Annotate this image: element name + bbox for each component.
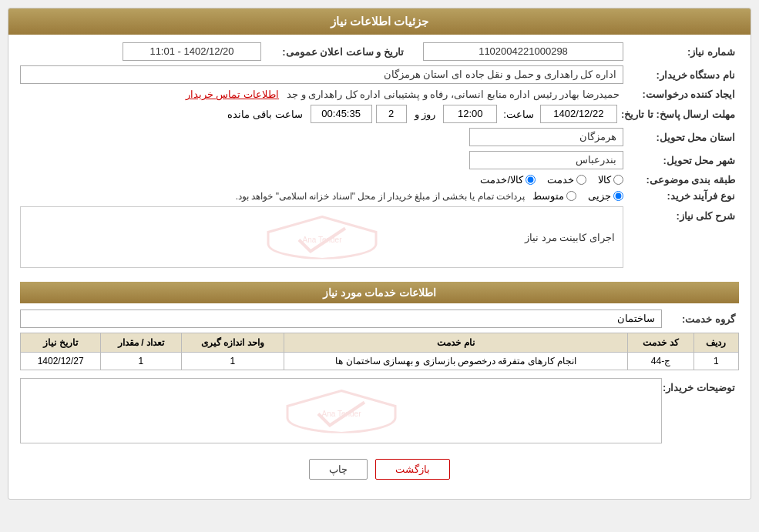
button-row: بازگشت چاپ bbox=[20, 451, 739, 491]
need-desc-textarea[interactable] bbox=[21, 207, 623, 265]
category-option-kala-khedmat[interactable]: کالا/خدمت bbox=[480, 174, 536, 186]
category-kala-khedmat-label: کالا/خدمت bbox=[480, 174, 523, 186]
buyer-org-value: اداره کل راهداری و حمل و نقل جاده ای است… bbox=[20, 65, 623, 84]
col-header-unit: واحد اندازه گیری bbox=[181, 333, 284, 353]
purchase-type-note: پرداخت تمام یا بخشی از مبلغ خریدار از مح… bbox=[236, 191, 525, 202]
category-option-khedmat[interactable]: خدمت bbox=[547, 174, 586, 186]
deadline-remaining: 00:45:35 bbox=[311, 105, 372, 123]
cell-code: ج-44 bbox=[628, 353, 694, 370]
city-label: شهر محل تحویل: bbox=[623, 155, 739, 166]
services-section-title: اطلاعات خدمات مورد نیاز bbox=[323, 286, 437, 299]
buyer-org-label: نام دستگاه خریدار: bbox=[623, 69, 739, 81]
services-table: ردیف کد خدمت نام خدمت واحد اندازه گیری ت… bbox=[20, 333, 739, 370]
category-option-kala[interactable]: کالا bbox=[598, 174, 623, 186]
deadline-time: 12:00 bbox=[443, 105, 497, 123]
province-label: استان محل تحویل: bbox=[623, 132, 739, 143]
category-khedmat-label: خدمت bbox=[547, 174, 574, 186]
creator-label: ایجاد کننده درخواست: bbox=[623, 89, 739, 100]
col-header-code: کد خدمت bbox=[628, 333, 694, 353]
purchase-jozii-label: جزیی bbox=[588, 190, 611, 202]
page-header: جزئیات اطلاعات نیاز bbox=[8, 8, 751, 35]
deadline-days: 2 bbox=[376, 105, 407, 123]
buyer-desc-box: Ana Tender bbox=[20, 378, 662, 443]
col-header-name: نام خدمت bbox=[284, 333, 628, 353]
cell-unit: 1 bbox=[181, 353, 284, 370]
need-desc-label: شرح کلی نیاز: bbox=[623, 206, 739, 222]
cell-name: انجام کارهای متفرقه درخصوص بازسازی و بهس… bbox=[284, 353, 628, 370]
deadline-label: مهلت ارسال پاسخ: تا تاریخ: bbox=[621, 109, 739, 120]
buyer-desc-label: توضیحات خریدار: bbox=[662, 378, 739, 393]
buyer-desc-textarea[interactable] bbox=[21, 379, 661, 440]
purchase-type-motevaset[interactable]: متوسط bbox=[532, 190, 576, 202]
back-button[interactable]: بازگشت bbox=[375, 459, 450, 480]
services-section-header: اطلاعات خدمات مورد نیاز bbox=[20, 282, 739, 303]
creator-contact-link[interactable]: اطلاعات تماس خریدار bbox=[186, 89, 279, 100]
category-radio-group: کالا خدمت کالا/خدمت bbox=[480, 174, 623, 186]
city-value: بندرعباس bbox=[469, 151, 623, 169]
page-title: جزئیات اطلاعات نیاز bbox=[331, 15, 428, 28]
cell-qty: 1 bbox=[101, 353, 181, 370]
purchase-type-jozii[interactable]: جزیی bbox=[588, 190, 623, 202]
deadline-date: 1402/12/22 bbox=[540, 105, 617, 123]
province-value: هرمزگان bbox=[469, 128, 623, 146]
col-header-qty: تعداد / مقدار bbox=[101, 333, 181, 353]
table-row: 1 ج-44 انجام کارهای متفرقه درخصوص بازساز… bbox=[21, 353, 739, 370]
service-group-value: ساختمان bbox=[20, 309, 662, 328]
deadline-days-label: روز و bbox=[411, 109, 440, 120]
service-group-label: گروه خدمت: bbox=[662, 313, 739, 325]
print-button[interactable]: چاپ bbox=[309, 459, 368, 480]
announce-datetime-value: 1402/12/20 - 11:01 bbox=[123, 42, 261, 61]
announce-datetime-label: تاریخ و ساعت اعلان عمومی: bbox=[261, 46, 408, 58]
col-header-row: ردیف bbox=[694, 333, 738, 353]
category-kala-label: کالا bbox=[598, 174, 611, 186]
col-header-date: تاریخ نیاز bbox=[21, 333, 101, 353]
need-number-label: شماره نیاز: bbox=[623, 46, 739, 58]
need-number-value: 1102004221000298 bbox=[423, 42, 623, 61]
category-label: طبقه بندی موضوعی: bbox=[623, 174, 739, 186]
purchase-motevaset-label: متوسط bbox=[532, 190, 564, 202]
cell-row: 1 bbox=[694, 353, 738, 370]
creator-value: حمیدرضا بهادر رئیس اداره منابع انسانی، ر… bbox=[283, 89, 623, 100]
deadline-time-label: ساعت: bbox=[501, 109, 536, 120]
cell-date: 1402/12/27 bbox=[21, 353, 101, 370]
purchase-type-label: نوع فرآیند خرید: bbox=[623, 190, 739, 202]
purchase-type-radio-group: جزیی متوسط bbox=[532, 190, 623, 202]
deadline-remaining-label: ساعت باقی مانده bbox=[223, 109, 306, 120]
